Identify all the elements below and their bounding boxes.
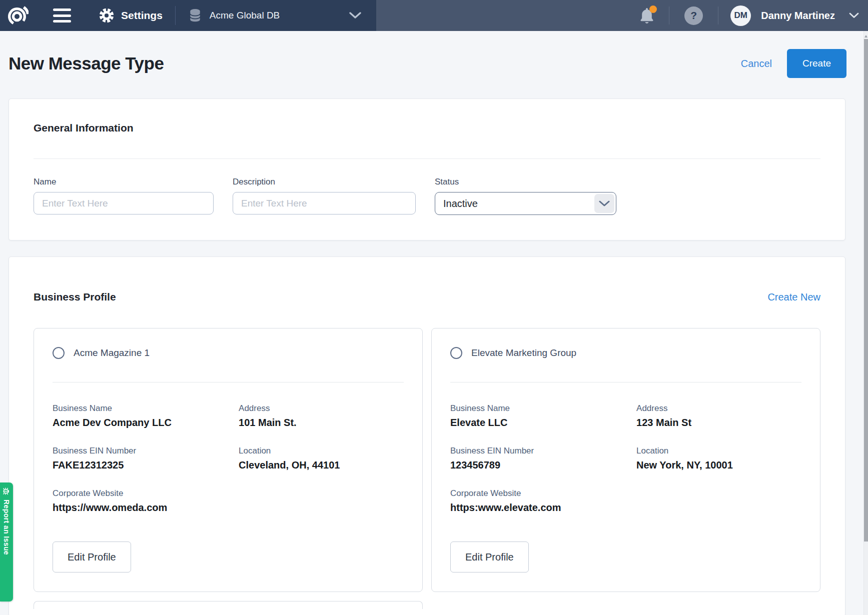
top-nav-right: ? DM Danny Martinez [376,0,868,31]
field-location: Location Cleveland, OH, 44101 [239,446,404,471]
field-value: Cleveland, OH, 44101 [239,460,404,471]
name-label: Name [34,177,214,187]
top-nav: Settings Acme Global DB [0,0,868,31]
help-question-mark: ? [690,10,697,22]
hamburger-menu-button[interactable] [53,8,71,22]
status-label: Status [435,177,616,187]
create-new-link[interactable]: Create New [767,292,820,303]
scrollbar-thumb[interactable] [864,39,868,542]
nav-divider [669,6,669,24]
business-profiles-row: Acme Magazine 1 Business Name Acme Dev C… [34,328,820,592]
report-an-issue-tab[interactable]: Report an Issue [0,482,13,602]
description-label: Description [233,177,416,187]
field-value: https://www.omeda.com [53,502,239,514]
field-address: Address 123 Main St [636,404,801,428]
divider [53,382,404,382]
status-select-value: Inactive [443,198,478,210]
chevron-down-icon [349,12,361,19]
divider [34,158,820,159]
general-information-title: General Information [34,122,820,134]
description-field-group: Description [233,177,416,215]
field-value: FAKE12312325 [53,460,239,471]
notifications-bell-icon[interactable] [639,7,655,24]
user-name: Danny Martinez [761,10,835,22]
top-nav-left: Settings Acme Global DB [0,0,376,31]
field-label: Corporate Website [450,488,636,498]
page-header: New Message Type Cancel Create [0,31,868,78]
profile-name: Acme Magazine 1 [74,348,150,358]
scrollbar-up-arrow[interactable] [864,35,867,38]
description-input[interactable] [233,192,416,214]
field-label: Address [636,404,801,414]
next-profile-card-peek [34,601,423,609]
field-value: New York, NY, 10001 [636,460,801,471]
general-information-card: General Information Name Description Sta… [9,98,845,240]
gear-icon [99,8,115,24]
field-value: Acme Dev Company LLC [53,417,239,428]
edit-profile-button[interactable]: Edit Profile [450,542,529,572]
field-value: 123456789 [450,460,636,471]
page-title: New Message Type [9,54,741,74]
edit-profile-button[interactable]: Edit Profile [53,542,131,572]
cancel-button[interactable]: Cancel [741,58,772,70]
business-profile-option-elevate: Elevate Marketing Group Business Name El… [431,328,820,592]
avatar: DM [730,6,751,26]
status-select[interactable]: Inactive [435,192,616,215]
field-corporate-website: Corporate Website https:www.elevate.com [450,488,636,514]
database-icon [189,8,202,22]
status-field-group: Status Inactive [435,177,616,215]
profile-radio-button[interactable] [450,347,462,359]
general-information-form: Name Description Status Inactive [34,177,820,215]
field-label: Location [636,446,801,456]
report-an-issue-label: Report an Issue [3,500,11,555]
field-business-name: Business Name Elevate LLC [450,404,636,428]
nav-divider [175,6,176,25]
business-profile-title: Business Profile [34,291,116,303]
omeda-logo-icon[interactable] [5,3,30,28]
divider [450,382,801,382]
chevron-down-icon [849,12,859,18]
field-label: Address [239,404,404,414]
scrollbar[interactable] [863,31,868,615]
field-corporate-website: Corporate Website https://www.omeda.com [53,488,239,514]
create-button[interactable]: Create [787,49,846,78]
field-value: Elevate LLC [450,417,636,428]
field-label: Business Name [53,404,239,414]
database-selector-value: Acme Global DB [210,10,280,21]
user-menu[interactable]: DM Danny Martinez [730,6,863,26]
field-label: Location [239,446,404,456]
field-ein-number: Business EIN Number 123456789 [450,446,636,471]
field-business-name: Business Name Acme Dev Company LLC [53,404,239,428]
field-label: Business Name [450,404,636,414]
bug-icon [3,487,11,496]
name-input[interactable] [34,192,214,214]
field-address: Address 101 Main St. [239,404,404,428]
field-value: 101 Main St. [239,417,404,428]
name-field-group: Name [34,177,214,215]
field-value: 123 Main St [636,417,801,428]
help-icon[interactable]: ? [684,6,703,25]
chevron-down-icon [594,194,614,213]
nav-settings-label: Settings [121,10,163,22]
business-profile-option-acme: Acme Magazine 1 Business Name Acme Dev C… [34,328,423,592]
field-value: https:www.elevate.com [450,502,636,514]
field-ein-number: Business EIN Number FAKE12312325 [53,446,239,471]
profile-name: Elevate Marketing Group [471,348,576,358]
notification-badge [649,6,657,13]
field-location: Location New York, NY, 10001 [636,446,801,471]
field-label: Business EIN Number [53,446,239,456]
nav-divider [718,6,718,24]
database-selector[interactable]: Acme Global DB [189,8,376,22]
field-label: Business EIN Number [450,446,636,456]
field-label: Corporate Website [53,488,239,498]
profile-radio-button[interactable] [53,347,65,359]
business-profile-card: Business Profile Create New Acme Magazin… [9,256,845,615]
